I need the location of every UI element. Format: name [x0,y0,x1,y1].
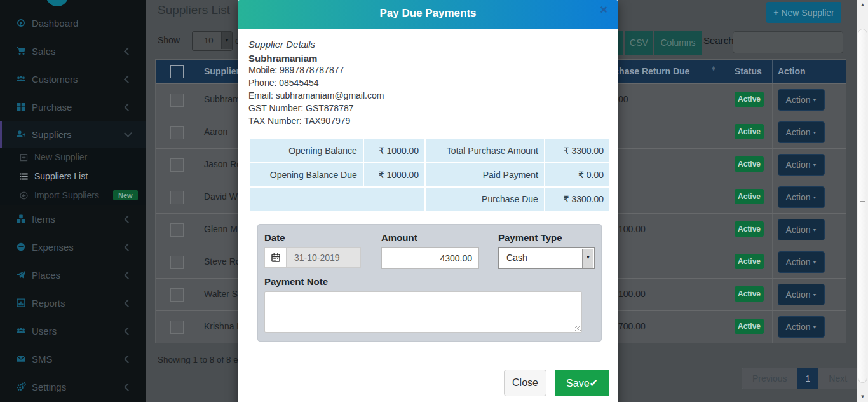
supplier-detail-line: Email: subhramaniam@gmail.com [248,89,608,102]
sidebar-item-dashboard[interactable]: Dashboard [0,9,146,37]
row-checkbox[interactable] [170,158,184,172]
scrollbar-thumb[interactable] [858,29,867,383]
select-arrow-icon: ▼ [221,32,232,49]
sidebar-item-label: Import Suppliers [34,190,99,200]
supplier-detail-line: Phone: 08545454 [248,76,608,89]
status-badge: Active [735,124,764,139]
action-dropdown-button[interactable]: Action▼ [778,89,825,111]
sidebar: DashboardSalesCustomersPurchaseSuppliers… [0,0,146,402]
action-dropdown-button[interactable]: Action▼ [778,316,825,338]
page-size-select[interactable]: 10 ▼ [192,31,233,51]
pagination-page-1[interactable]: 1 [797,368,818,389]
app-logo [46,0,69,6]
suppliers-submenu: New SupplierSuppliers ListImport Supplie… [0,148,146,205]
row-checkbox[interactable] [170,288,184,302]
opening-balance-due-label: Opening Balance Due [250,163,363,186]
new-supplier-button[interactable]: +New Supplier [766,2,841,23]
status-badge: Active [735,319,764,334]
total-purchase-label: Total Purchase Amount [426,139,544,162]
supplier-detail-line: Mobile: 9897878787877 [248,64,608,76]
sidebar-item-suppliers-list[interactable]: Suppliers List [0,167,146,186]
supplier-detail-line: GST Number: GST878787 [248,102,608,114]
row-checkbox[interactable] [170,256,184,269]
sidebar-item-suppliers[interactable]: Suppliers [0,121,146,148]
action-dropdown-button[interactable]: Action▼ [778,284,825,305]
row-checkbox[interactable] [170,94,184,107]
list-icon [19,172,29,181]
action-dropdown-button[interactable]: Action▼ [778,121,825,143]
sidebar-item-label: Reports [32,298,65,308]
select-arrow-icon: ▼ [582,249,593,268]
sidebar-item-places[interactable]: Places [0,261,146,289]
sidebar-item-expenses[interactable]: Expenses [0,233,146,261]
action-dropdown-button[interactable]: Action▼ [778,154,825,176]
modal-body: Supplier Details Subhramaniam Mobile: 98… [238,29,618,342]
caret-down-icon: ▼ [812,293,817,297]
sidebar-item-label: Settings [32,382,66,392]
pagination-previous[interactable]: Previous [742,368,797,389]
sidebar-item-label: Users [32,326,57,336]
sidebar-item-sms[interactable]: SMS [0,345,146,373]
sidebar-item-items[interactable]: Items [0,205,146,233]
sidebar-item-label: New Supplier [34,152,87,162]
gears-icon [16,382,26,392]
action-dropdown-button[interactable]: Action▼ [778,219,825,240]
sidebar-item-reports[interactable]: Reports [0,289,146,317]
users-icon [16,326,26,336]
paper-plane-icon [16,270,26,280]
payment-type-select[interactable]: Cash ▼ [498,247,595,269]
pagination-next[interactable]: Next [818,368,857,389]
scroll-down-icon[interactable]: ▼ [857,392,868,402]
chevron-left-icon [124,355,132,363]
status-badge: Active [735,221,764,237]
sidebar-item-purchase[interactable]: Purchase [0,93,146,121]
scroll-up-icon[interactable]: ▲ [857,0,868,10]
payment-note-textarea[interactable] [264,291,582,333]
pagination: Previous 1 Next [742,368,858,389]
page-scrollbar[interactable]: ▲ ▼ [857,0,868,402]
row-checkbox[interactable] [170,223,184,237]
search-input[interactable] [733,31,843,53]
sidebar-item-sales[interactable]: Sales [0,37,146,65]
close-icon[interactable]: × [596,2,611,18]
sidebar-item-label: Sales [32,46,56,57]
chevron-left-icon [124,299,132,307]
col-action[interactable]: Action [778,66,806,76]
chevron-down-icon [124,129,132,137]
sidebar-item-users[interactable]: Users [0,317,146,345]
select-all-checkbox[interactable] [170,65,184,78]
sidebar-item-new-supplier[interactable]: New Supplier [0,148,146,167]
plus-icon: + [773,8,778,18]
col-status[interactable]: Status [735,66,762,76]
purchase-return-due-cell: 100.00 [618,289,646,299]
date-field[interactable]: 31-10-2019 [286,247,361,268]
csv-export-button[interactable]: CSV [625,31,653,55]
action-dropdown-button[interactable]: Action▼ [778,186,825,208]
chevron-left-icon [124,103,132,111]
sort-icon[interactable]: ▲▼ [711,64,716,73]
action-dropdown-button[interactable]: Action▼ [778,251,825,273]
scrollbar-grip-icon [860,201,865,207]
amount-field[interactable] [381,247,479,269]
sidebar-item-label: Suppliers [32,129,72,140]
row-checkbox[interactable] [170,126,184,139]
close-button[interactable]: Close [504,370,546,396]
bar-chart-icon [16,298,26,308]
payment-form-panel: Date 31-10-2019 Amount Payment T [257,224,602,342]
resize-grip-icon[interactable] [575,326,581,331]
date-label: Date [264,232,361,243]
purchase-due-value: ₹ 3300.00 [545,188,609,211]
chevron-left-icon [124,75,132,83]
sidebar-item-customers[interactable]: Customers [0,65,146,93]
opening-balance-label: Opening Balance [250,139,363,162]
columns-button[interactable]: Columns [654,31,702,55]
sidebar-item-settings[interactable]: Settings [0,373,146,401]
payment-type-label: Payment Type [498,232,595,243]
supplier-detail-line: TAX Number: TAX907979 [248,114,608,127]
payment-note-label: Payment Note [264,276,595,287]
row-checkbox[interactable] [170,321,184,334]
row-checkbox[interactable] [170,191,184,204]
sidebar-item-import-suppliers[interactable]: Import SuppliersNew [0,186,146,205]
save-button[interactable]: Save✔ [555,370,609,396]
calendar-icon[interactable] [264,247,286,268]
